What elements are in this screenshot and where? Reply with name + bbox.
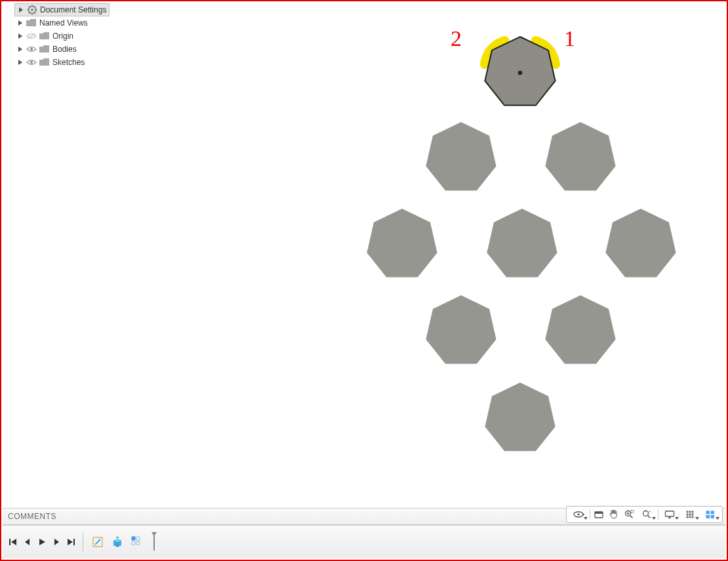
annotation-left: 2: [451, 26, 462, 51]
svg-marker-55: [11, 539, 16, 545]
svg-rect-54: [9, 539, 10, 545]
zoom-button[interactable]: +: [637, 509, 657, 520]
svg-marker-2: [426, 122, 496, 191]
svg-rect-52: [706, 515, 710, 518]
tree-item-label: Document Settings: [40, 5, 106, 14]
body-heptagon[interactable]: [480, 33, 560, 115]
dropdown-icon[interactable]: [652, 517, 656, 520]
timeline-feature-pattern[interactable]: [129, 534, 145, 550]
dropdown-icon[interactable]: [675, 517, 679, 520]
svg-marker-58: [39, 539, 45, 545]
grid-settings-button[interactable]: [680, 509, 700, 520]
svg-marker-8: [545, 295, 615, 364]
dropdown-icon[interactable]: [584, 517, 588, 520]
svg-rect-50: [706, 511, 710, 514]
visibility-hidden-icon[interactable]: [26, 31, 37, 41]
expand-icon[interactable]: [17, 33, 24, 39]
body-heptagon[interactable]: [482, 205, 562, 287]
folder-icon: [39, 57, 50, 68]
timeline-first-button[interactable]: [8, 537, 18, 547]
svg-point-12: [31, 9, 33, 11]
svg-line-39: [648, 516, 651, 518]
viewport[interactable]: 2 1: [1, 1, 727, 560]
svg-line-19: [29, 12, 30, 14]
svg-line-34: [630, 516, 633, 518]
tree-item-label: Named Views: [39, 18, 88, 28]
timeline-prev-button[interactable]: [22, 537, 33, 547]
svg-rect-66: [132, 541, 135, 545]
tree-item-sketches[interactable]: Sketches: [14, 56, 110, 69]
svg-marker-70: [152, 532, 157, 536]
timeline-feature-extrude[interactable]: [110, 534, 125, 550]
visibility-shown-icon[interactable]: [26, 44, 37, 54]
svg-marker-4: [367, 209, 437, 278]
comments-title: COMMENTS: [8, 512, 56, 521]
body-heptagon[interactable]: [362, 205, 442, 287]
expand-icon[interactable]: [17, 20, 24, 26]
svg-marker-30: [583, 513, 584, 516]
body-heptagon[interactable]: [540, 291, 620, 373]
svg-rect-37: [631, 510, 634, 513]
svg-marker-60: [68, 539, 73, 545]
browser-tree: Document Settings Named Views Origin Bod…: [14, 3, 110, 69]
svg-line-17: [29, 7, 30, 8]
tree-item-label: Sketches: [52, 58, 85, 67]
navigation-bar: +: [566, 506, 723, 523]
folder-icon: [39, 31, 50, 41]
orbit-button[interactable]: [569, 509, 588, 520]
svg-marker-22: [18, 33, 22, 39]
timeline-feature-sketch[interactable]: [90, 534, 106, 550]
body-heptagon[interactable]: [421, 118, 501, 200]
pan-button[interactable]: [607, 509, 621, 520]
zoom-window-button[interactable]: [622, 509, 636, 520]
svg-marker-6: [605, 209, 676, 278]
gear-icon: [27, 5, 37, 15]
viewports-button[interactable]: [700, 509, 720, 520]
svg-marker-9: [485, 383, 555, 451]
svg-marker-3: [545, 122, 615, 191]
expand-icon[interactable]: [18, 7, 24, 13]
svg-marker-24: [18, 47, 22, 52]
body-heptagon[interactable]: [480, 379, 560, 461]
timeline-last-button[interactable]: [66, 537, 76, 547]
svg-line-63: [95, 539, 100, 545]
tree-item-label: Bodies: [52, 45, 77, 54]
svg-text:+: +: [649, 509, 651, 513]
annotation-right: 1: [564, 26, 575, 51]
display-settings-button[interactable]: [660, 509, 679, 520]
body-heptagon[interactable]: [421, 291, 501, 373]
visibility-shown-icon[interactable]: [26, 57, 37, 68]
tree-item-origin[interactable]: Origin: [14, 30, 110, 43]
svg-rect-32: [595, 512, 603, 514]
svg-point-38: [643, 511, 649, 516]
tree-item-document-settings[interactable]: Document Settings: [14, 3, 110, 16]
timeline: [3, 525, 725, 558]
timeline-play-button[interactable]: [37, 537, 47, 547]
dropdown-icon[interactable]: [716, 517, 719, 520]
svg-rect-41: [666, 511, 674, 516]
svg-marker-21: [18, 20, 22, 26]
svg-point-1: [518, 71, 522, 75]
svg-marker-56: [25, 539, 30, 545]
tree-item-bodies[interactable]: Bodies: [14, 43, 110, 56]
expand-icon[interactable]: [17, 59, 24, 66]
svg-rect-67: [136, 537, 140, 540]
svg-rect-68: [136, 541, 140, 545]
timeline-end-marker[interactable]: [152, 532, 157, 552]
svg-marker-64: [116, 536, 119, 538]
svg-rect-65: [132, 537, 135, 540]
svg-rect-51: [711, 511, 715, 514]
body-heptagon[interactable]: [601, 205, 681, 287]
svg-marker-10: [19, 7, 23, 12]
svg-rect-69: [153, 535, 155, 551]
svg-marker-59: [54, 539, 59, 545]
tree-item-label: Origin: [52, 31, 73, 41]
expand-icon[interactable]: [17, 46, 24, 52]
body-heptagon[interactable]: [540, 118, 620, 200]
dropdown-icon[interactable]: [695, 517, 699, 520]
folder-icon: [39, 44, 50, 54]
timeline-next-button[interactable]: [51, 537, 62, 547]
svg-rect-61: [73, 539, 75, 545]
tree-item-named-views[interactable]: Named Views: [14, 16, 110, 30]
look-at-button[interactable]: [592, 509, 606, 520]
